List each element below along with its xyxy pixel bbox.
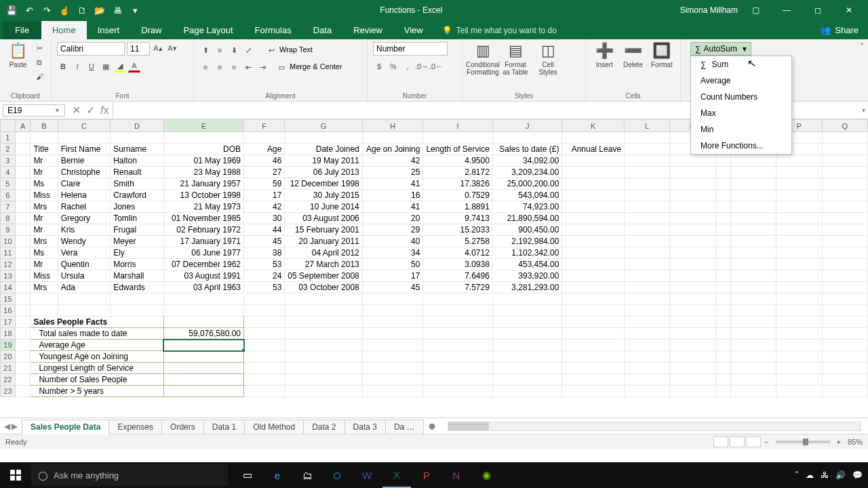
- sheet-nav-next-icon[interactable]: ▶: [12, 422, 18, 431]
- align-middle-icon[interactable]: ≡: [214, 44, 226, 56]
- zoom-out-icon[interactable]: −: [762, 438, 771, 446]
- row-header[interactable]: 7: [1, 201, 16, 213]
- indent-inc-icon[interactable]: ⇥: [256, 61, 269, 73]
- notifications-icon[interactable]: 💬: [852, 470, 863, 480]
- sheet-tab[interactable]: Expenses: [108, 420, 162, 434]
- select-all[interactable]: [1, 120, 16, 132]
- cut-icon[interactable]: ✂: [33, 42, 45, 54]
- tab-formulas[interactable]: Formulas: [244, 21, 302, 39]
- worksheet-grid[interactable]: ABCDEFGHIJKLMNOPQ12TitleFirst NameSurnam…: [0, 119, 868, 418]
- horizontal-scrollbar[interactable]: [448, 422, 861, 431]
- row-header[interactable]: 9: [1, 224, 16, 236]
- user-name[interactable]: Simona Millham: [680, 5, 738, 15]
- conditional-formatting-button[interactable]: ▥Conditional Formatting: [468, 42, 498, 76]
- font-size-select[interactable]: [127, 42, 150, 56]
- quickprint-icon[interactable]: 🖶: [110, 3, 125, 18]
- font-color-icon[interactable]: A: [128, 60, 140, 73]
- minimize-icon[interactable]: —: [773, 0, 800, 20]
- word-icon[interactable]: W: [353, 462, 381, 488]
- row-header[interactable]: 11: [1, 247, 16, 259]
- align-left-icon[interactable]: ≡: [199, 61, 212, 73]
- autosum-count[interactable]: Count Numbers: [691, 89, 791, 105]
- bold-button[interactable]: B: [57, 60, 69, 73]
- align-top-icon[interactable]: ⬆: [199, 44, 212, 56]
- view-normal-icon[interactable]: [713, 436, 728, 447]
- fill-color-icon[interactable]: ◢: [114, 60, 126, 73]
- new-icon[interactable]: 🗋: [75, 3, 90, 18]
- row-header[interactable]: 16: [1, 305, 16, 317]
- autosum-more[interactable]: More Functions...: [691, 138, 791, 154]
- format-cells-button[interactable]: 🔲Format: [649, 42, 675, 68]
- volume-icon[interactable]: 🔊: [835, 470, 846, 480]
- onedrive-icon[interactable]: ☁: [806, 470, 814, 480]
- format-as-table-button[interactable]: ▤Format as Table: [500, 42, 530, 76]
- row-header[interactable]: 14: [1, 282, 16, 293]
- autosum-max[interactable]: Max: [691, 105, 791, 121]
- autosum-average[interactable]: Average: [691, 73, 791, 89]
- network-icon[interactable]: 🖧: [821, 470, 829, 480]
- zoom-slider[interactable]: [776, 441, 830, 443]
- shrink-font-icon[interactable]: A▾: [166, 42, 178, 54]
- open-icon[interactable]: 📂: [92, 3, 107, 18]
- row-header[interactable]: 13: [1, 270, 16, 282]
- fx-icon[interactable]: fx: [100, 104, 108, 117]
- sheet-tab-active[interactable]: Sales People Data: [22, 420, 109, 434]
- tray-up-icon[interactable]: ˄: [795, 470, 799, 480]
- row-header[interactable]: 18: [1, 328, 16, 340]
- tab-view[interactable]: View: [393, 21, 434, 39]
- tab-draw[interactable]: Draw: [130, 21, 172, 39]
- orientation-icon[interactable]: ⤢: [242, 44, 254, 56]
- edge-icon[interactable]: e: [263, 462, 292, 488]
- col-header[interactable]: G: [285, 120, 362, 132]
- merge-center-button[interactable]: Merge & Center: [290, 61, 342, 73]
- accounting-icon[interactable]: $: [373, 60, 385, 73]
- col-header[interactable]: K: [562, 120, 625, 132]
- paste-button[interactable]: 📋 Paste: [5, 42, 31, 68]
- col-header[interactable]: J: [492, 120, 562, 132]
- insert-cells-button[interactable]: ➕Insert: [591, 42, 617, 68]
- maximize-icon[interactable]: ◻: [804, 0, 831, 20]
- touch-mode-icon[interactable]: ☝: [57, 3, 72, 18]
- tab-data[interactable]: Data: [302, 21, 342, 39]
- comma-icon[interactable]: ,: [401, 60, 414, 73]
- name-box[interactable]: E19 ▼: [3, 104, 65, 117]
- active-cell[interactable]: [163, 340, 243, 351]
- col-header[interactable]: B: [31, 120, 58, 132]
- close-icon[interactable]: ✕: [835, 0, 863, 20]
- grow-font-icon[interactable]: A▴: [152, 42, 164, 54]
- outlook-icon[interactable]: O: [323, 462, 351, 488]
- sheet-tab[interactable]: Da …: [385, 420, 424, 434]
- qat-more-icon[interactable]: ▾: [127, 3, 142, 18]
- number-format-select[interactable]: [373, 42, 448, 56]
- autosum-button[interactable]: ∑ AutoSum ▾: [690, 42, 751, 56]
- start-button[interactable]: [0, 462, 31, 488]
- align-bottom-icon[interactable]: ⬇: [228, 44, 240, 56]
- task-view-icon[interactable]: ▭: [233, 462, 262, 488]
- cortana-search[interactable]: ◯ Ask me anything: [31, 464, 228, 486]
- file-explorer-icon[interactable]: 🗂: [293, 462, 321, 488]
- col-header[interactable]: D: [111, 120, 164, 132]
- row-header[interactable]: 22: [1, 374, 16, 386]
- zoom-level[interactable]: 85%: [844, 438, 863, 446]
- sheet-tab[interactable]: Data 1: [203, 420, 245, 434]
- expand-formula-icon[interactable]: ▾: [862, 106, 865, 114]
- italic-button[interactable]: I: [71, 60, 83, 73]
- sheet-tab[interactable]: Orders: [161, 420, 204, 434]
- redo-icon[interactable]: ↷: [39, 3, 54, 18]
- decrease-decimal-icon[interactable]: .0←: [430, 60, 442, 73]
- col-header[interactable]: E: [163, 120, 243, 132]
- autosum-sum[interactable]: ∑Sum: [691, 56, 791, 73]
- tab-review[interactable]: Review: [342, 21, 393, 39]
- col-header[interactable]: A: [15, 120, 31, 132]
- underline-button[interactable]: U: [85, 60, 98, 73]
- onenote-icon[interactable]: N: [442, 462, 471, 488]
- collapse-ribbon-icon[interactable]: ˄: [856, 39, 868, 101]
- row-header[interactable]: 1: [1, 132, 16, 144]
- col-header[interactable]: H: [362, 120, 423, 132]
- col-header[interactable]: L: [625, 120, 670, 132]
- row-header[interactable]: 12: [1, 259, 16, 270]
- sheet-nav-prev-icon[interactable]: ◀: [4, 422, 10, 431]
- format-painter-icon[interactable]: 🖌: [33, 70, 45, 83]
- percent-icon[interactable]: %: [387, 60, 399, 73]
- undo-icon[interactable]: ↶: [22, 3, 37, 18]
